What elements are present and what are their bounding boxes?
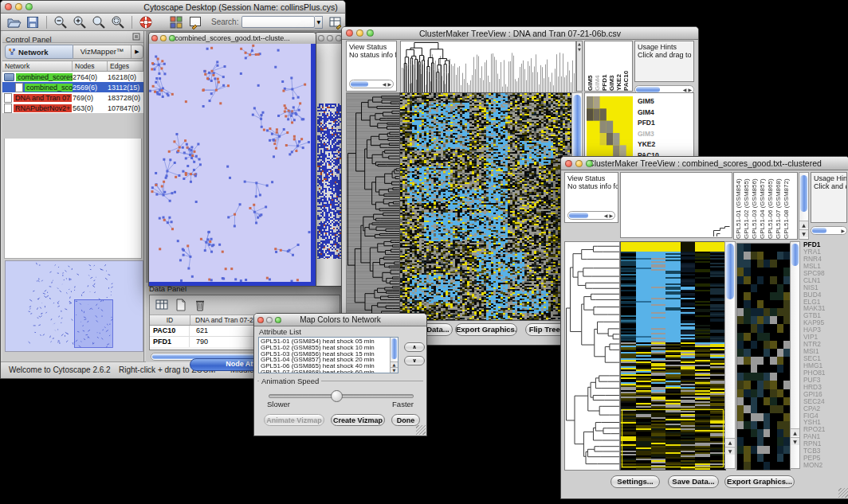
column-label[interactable]: YKE2: [615, 41, 622, 91]
search-input[interactable]: [241, 16, 315, 28]
zoom-button[interactable]: [26, 3, 33, 10]
create-attribute-icon[interactable]: [174, 298, 188, 312]
minimize-button[interactable]: [160, 35, 167, 41]
scrollbar-thumb[interactable]: [726, 244, 734, 299]
column-label[interactable]: PFD1: [601, 41, 608, 91]
minimize-button[interactable]: [15, 3, 22, 10]
network-view-canvas[interactable]: [149, 44, 314, 285]
tv1-splitter-arrows[interactable]: ▲▼: [577, 41, 582, 53]
tv2-status-scrollbar[interactable]: ◀▶: [567, 211, 615, 220]
annotation-icon[interactable]: [187, 14, 203, 30]
column-label[interactable]: GPL51-07 (GSM868): [775, 173, 783, 239]
close-button[interactable]: [318, 35, 324, 41]
minimize-button[interactable]: [575, 160, 583, 167]
minimize-button[interactable]: [356, 29, 363, 37]
network-view-canvas[interactable]: [317, 104, 344, 259]
gene-label[interactable]: MON2: [803, 462, 847, 469]
float-panel-icon[interactable]: [132, 33, 140, 41]
tv1-column-dendrogram[interactable]: [400, 41, 576, 93]
scrollbar-thumb[interactable]: [791, 244, 799, 266]
zoom-button[interactable]: [586, 160, 593, 167]
column-label[interactable]: GPL51-02 (GSM855): [743, 173, 751, 239]
column-label[interactable]: GPL51-03 (GSM856): [751, 173, 759, 239]
map-colors-titlebar[interactable]: Map Colors to Network: [254, 314, 426, 326]
gene-label[interactable]: GIM4: [638, 107, 659, 119]
column-label[interactable]: GIM5: [587, 41, 594, 91]
tv1-heatmap[interactable]: [399, 92, 572, 321]
tv2-gene-scrollbar[interactable]: ▲ ▼: [790, 241, 800, 469]
zoom-button[interactable]: [367, 29, 374, 37]
column-label[interactable]: GIM4: [594, 41, 601, 91]
column-label[interactable]: GPL51-08 (GSM872): [783, 173, 791, 239]
cytoscape-titlebar[interactable]: Cytoscape Desktop (Session Name: collins…: [1, 1, 345, 14]
network-view-titlebar[interactable]: combined_scores_good.txt--cluste...: [149, 33, 316, 45]
scroll-up-arrow[interactable]: ▲: [791, 428, 799, 436]
scrollbar-thumb[interactable]: [351, 81, 368, 87]
animate-vizmap-button[interactable]: Animate Vizmap: [264, 414, 324, 426]
help-lifering-icon[interactable]: [138, 14, 154, 30]
tab-network[interactable]: Network: [5, 45, 73, 59]
tv1-export-graphics-button[interactable]: Export Graphics...: [455, 323, 517, 336]
tv2-row-dendrogram[interactable]: [564, 241, 620, 471]
resize-grip[interactable]: [416, 425, 426, 435]
delete-attribute-icon[interactable]: [193, 298, 207, 312]
column-label[interactable]: GPL51-01 (GSM854): [735, 173, 743, 239]
tv1-row-dendrogram[interactable]: [346, 92, 401, 321]
close-button[interactable]: [346, 29, 353, 37]
gene-label[interactable]: GIM5: [638, 96, 659, 107]
tv2-column-dendrogram[interactable]: [712, 225, 731, 236]
scrollbar-thumb[interactable]: [569, 213, 588, 218]
network-row[interactable]: DNA and Tran 07769(0)183728(0): [2, 92, 143, 103]
create-vizmap-button[interactable]: Create Vizmap: [331, 414, 385, 426]
data-col-id[interactable]: ID: [150, 315, 190, 325]
network-overview-thumbnail[interactable]: [5, 260, 143, 352]
tv2-export-graphics-button[interactable]: Export Graphics...: [724, 475, 795, 488]
scroll-down-arrow[interactable]: ▼: [391, 367, 398, 373]
zoom-actual-icon[interactable]: [91, 14, 107, 30]
close-button[interactable]: [5, 3, 12, 10]
tab-overflow-arrow[interactable]: ▶: [132, 45, 143, 59]
tv2-heatmap[interactable]: [620, 241, 726, 471]
attribute-item[interactable]: GPL51-07 (GSM868) heat shock 60 min: [259, 369, 389, 373]
scroll-up-arrow[interactable]: ▲: [799, 221, 808, 229]
move-down-button[interactable]: ∨: [404, 356, 425, 365]
search-dropdown-arrow[interactable]: ▼: [315, 16, 323, 29]
column-label[interactable]: PAC10: [622, 41, 630, 91]
gene-label[interactable]: PFD1: [638, 118, 659, 129]
tv2-save-data-button[interactable]: Save Data...: [668, 475, 719, 488]
col-network[interactable]: Network: [2, 61, 73, 71]
treeview2-titlebar[interactable]: ClusterMaker TreeView : combined_scores_…: [561, 157, 848, 170]
scrollbar-thumb[interactable]: [391, 338, 397, 359]
minimize-button[interactable]: [327, 35, 333, 41]
col-nodes[interactable]: Nodes: [73, 61, 108, 71]
scroll-down-arrow[interactable]: ▼: [799, 229, 808, 237]
gene-label[interactable]: YKE2: [638, 139, 659, 150]
column-label[interactable]: GPL51-04 (GSM857): [759, 173, 767, 239]
tv2-settings-button[interactable]: Settings...: [610, 475, 660, 488]
scroll-down-arrow[interactable]: ▼: [725, 447, 735, 455]
zoom-button[interactable]: [275, 317, 281, 323]
tv2-hints-scrollbar[interactable]: ▶: [811, 226, 847, 235]
col-edges[interactable]: Edges: [108, 61, 143, 71]
minimize-button[interactable]: [266, 317, 273, 323]
network-row[interactable]: combined_scores2764(0)16218(0): [2, 72, 143, 82]
column-label[interactable]: GPL51-06 (GSM865): [767, 173, 775, 239]
close-button[interactable]: [151, 35, 158, 41]
attribute-list-scrollbar[interactable]: ▲ ▼: [390, 338, 398, 373]
close-button[interactable]: [565, 160, 572, 167]
tv2-detail-heatmap[interactable]: [736, 243, 791, 471]
resize-grip[interactable]: [838, 488, 848, 498]
open-session-icon[interactable]: [6, 14, 22, 30]
gene-label[interactable]: GIM3: [638, 129, 659, 140]
save-session-icon[interactable]: [25, 14, 41, 30]
tv2-vscrollbar[interactable]: ▲ ▼: [724, 241, 736, 469]
treeview1-titlebar[interactable]: ClusterMaker TreeView : DNA and Tran 07-…: [342, 27, 698, 40]
window-controls[interactable]: [1, 3, 33, 10]
scroll-up-arrow[interactable]: ▲: [725, 438, 735, 446]
scroll-down-arrow[interactable]: ▼: [791, 437, 799, 445]
move-up-button[interactable]: ∧: [404, 342, 425, 352]
column-label[interactable]: GIM3: [608, 41, 615, 91]
vizmapper-icon[interactable]: [168, 14, 184, 30]
network-row[interactable]: RNAPuberNov2+563(0)107847(0): [2, 103, 143, 113]
network-row[interactable]: combined_sco2569(6)13112(15): [2, 82, 143, 92]
